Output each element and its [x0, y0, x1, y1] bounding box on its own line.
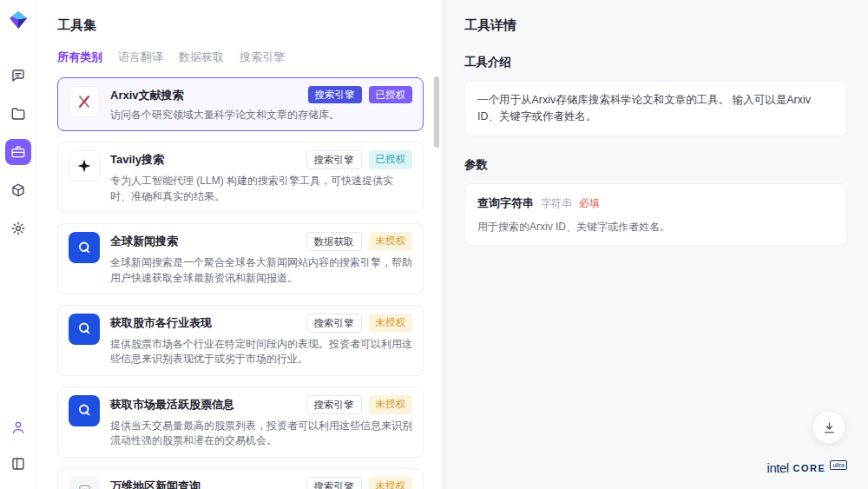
tab-translation[interactable]: 语言翻译: [118, 50, 163, 65]
intel-core-logo: intel CORE ultra: [767, 460, 847, 475]
param-type: 字符串: [541, 195, 572, 211]
param-description: 用于搜索的Arxiv ID、关键字或作者姓名。: [477, 219, 834, 235]
tool-description: 访问各个研究领域大量科学论文和文章的存储库。: [110, 108, 412, 122]
news-search-icon: [69, 314, 100, 345]
scrollbar-thumb[interactable]: [434, 76, 439, 148]
news-search-icon: [69, 232, 100, 263]
settings-gear-icon[interactable]: [5, 215, 31, 241]
sidebar-rail: [0, 0, 36, 489]
auth-status-badge: 已授权: [369, 86, 413, 103]
tool-card-list: Arxiv文献搜索 搜索引擎 已授权 访问各个研究领域大量科学论文和文章的存储库…: [57, 77, 424, 489]
page-title: 工具集: [57, 17, 424, 34]
app-logo-icon: [9, 10, 28, 30]
download-icon: [822, 420, 837, 435]
auth-status-badge: 未授权: [369, 477, 413, 489]
layout-panel-icon[interactable]: [5, 451, 31, 477]
category-badge: 搜索引擎: [306, 477, 362, 489]
category-badge: 搜索引擎: [306, 150, 362, 169]
auth-status-badge: 已授权: [369, 150, 413, 169]
news-search-icon: [69, 395, 100, 426]
sidebar-top-icons: [5, 63, 31, 241]
user-icon[interactable]: [5, 414, 31, 440]
sidebar-bottom-icons: [5, 414, 31, 477]
tool-list-panel: 工具集 所有类别 语言翻译 数据获取 搜索引擎 Arxiv文献搜索 搜索引擎 已…: [36, 0, 443, 489]
tool-description: 提供股票市场各个行业在特定时间段内的表现。投资者可以利用这些信息来识别表现优于或…: [110, 337, 412, 367]
app-window: 工具集 所有类别 语言翻译 数据获取 搜索引擎 Arxiv文献搜索 搜索引擎 已…: [0, 0, 868, 489]
tool-title: Tavily搜索: [110, 150, 164, 168]
tool-title: 万维地区新闻查询: [110, 477, 201, 489]
tool-title: 获取股市各行业表现: [110, 314, 212, 331]
tool-card-global-news[interactable]: 全球新闻搜索 数据获取 未授权 全球新闻搜索是一个聚合全球各大新闻网站内容的搜索…: [57, 223, 424, 294]
tool-card-sector-performance[interactable]: 获取股市各行业表现 搜索引擎 未授权 提供股票市场各个行业在特定时间段内的表现。…: [57, 305, 424, 376]
intro-card: 一个用于从Arxiv存储库搜索科学论文和文章的工具。 输入可以是Arxiv ID…: [464, 81, 847, 136]
category-badge: 搜索引擎: [306, 395, 362, 414]
tool-description: 全球新闻搜索是一个聚合全球各大新闻网站内容的搜索引擎，帮助用户快速获取全球最新资…: [110, 255, 412, 286]
category-badge: 数据获取: [306, 232, 362, 251]
params-heading: 参数: [464, 157, 847, 173]
intro-heading: 工具介绍: [464, 55, 847, 70]
chat-icon[interactable]: [5, 63, 31, 89]
tab-data-fetch[interactable]: 数据获取: [179, 50, 224, 65]
download-button[interactable]: [812, 411, 845, 444]
param-card: 查询字符串 字符串 必填 用于搜索的Arxiv ID、关键字或作者姓名。: [464, 183, 847, 247]
param-required-flag: 必填: [579, 195, 600, 211]
tavily-star-icon: [69, 150, 100, 182]
ultra-tag: ultra: [830, 460, 847, 470]
detail-title: 工具详情: [464, 17, 847, 34]
tool-title: 全球新闻搜索: [110, 232, 178, 249]
intro-text: 一个用于从Arxiv存储库搜索科学论文和文章的工具。 输入可以是Arxiv ID…: [477, 94, 811, 122]
param-name: 查询字符串: [477, 195, 534, 212]
document-icon: [69, 477, 100, 489]
tool-title: 获取市场最活跃股票信息: [110, 395, 234, 413]
intel-wordmark: intel: [767, 460, 789, 475]
tool-card-tavily[interactable]: Tavily搜索 搜索引擎 已授权 专为人工智能代理 (LLM) 构建的搜索引擎…: [57, 142, 424, 213]
list-scrollbar: [434, 76, 439, 479]
cube-icon[interactable]: [5, 177, 31, 203]
tool-card-arxiv[interactable]: Arxiv文献搜索 搜索引擎 已授权 访问各个研究领域大量科学论文和文章的存储库…: [57, 77, 424, 131]
category-badge: 搜索引擎: [308, 86, 362, 103]
auth-status-badge: 未授权: [369, 232, 413, 251]
tool-description: 专为人工智能代理 (LLM) 构建的搜索引擎工具，可快速提供实时、准确和真实的结…: [110, 174, 412, 204]
folder-icon[interactable]: [5, 101, 31, 127]
arxiv-icon: [69, 86, 100, 117]
tab-all-categories[interactable]: 所有类别: [57, 50, 102, 65]
tool-title: Arxiv文献搜索: [110, 86, 184, 103]
category-badge: 搜索引擎: [306, 314, 362, 333]
briefcase-icon[interactable]: [5, 139, 31, 165]
auth-status-badge: 未授权: [369, 395, 413, 414]
core-wordmark: CORE: [793, 463, 826, 473]
auth-status-badge: 未授权: [369, 314, 413, 333]
tool-description: 提供当天交易量最高的股票列表，投资者可以利用这些信息来识别流动性强的股票和潜在的…: [110, 419, 412, 449]
tool-card-most-active-stocks[interactable]: 获取市场最活跃股票信息 搜索引擎 未授权 提供当天交易量最高的股票列表，投资者可…: [57, 387, 424, 458]
tool-detail-panel: 工具详情 工具介绍 一个用于从Arxiv存储库搜索科学论文和文章的工具。 输入可…: [443, 0, 868, 489]
category-tabs: 所有类别 语言翻译 数据获取 搜索引擎: [57, 50, 424, 65]
tab-search-engine[interactable]: 搜索引擎: [240, 50, 285, 65]
tool-card-regional-news[interactable]: 万维地区新闻查询 搜索引擎 未授权 查询具体行政区划内的新闻，快速了解各地新闻动: [57, 468, 424, 489]
